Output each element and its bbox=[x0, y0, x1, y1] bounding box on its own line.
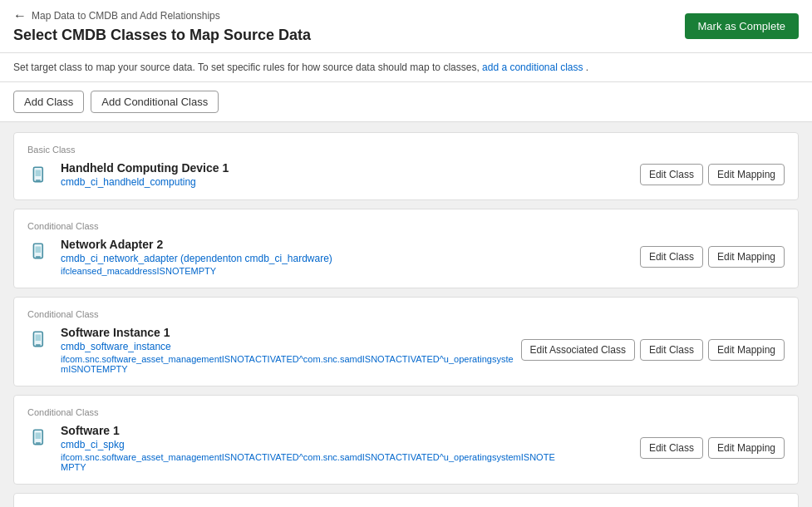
btn-edit-mapping[interactable]: Edit Mapping bbox=[708, 164, 785, 185]
cards-container: Basic Class Handheld Computing Device 1 … bbox=[0, 122, 812, 507]
page-title: Select CMDB Classes to Map Source Data bbox=[13, 27, 311, 44]
class-name: Network Adapter 2 bbox=[61, 238, 332, 251]
info-text-before: Set target class to map your source data… bbox=[13, 62, 480, 73]
top-bar-left: ← Map Data to CMDB and Add Relationships… bbox=[13, 8, 311, 44]
class-icon bbox=[27, 327, 52, 352]
class-card: Basic Class Device Related 1 sn_intune_i… bbox=[13, 493, 799, 507]
svg-rect-8 bbox=[36, 335, 42, 342]
btn-edit-class[interactable]: Edit Class bbox=[640, 164, 703, 185]
class-card-actions: Edit Associated ClassEdit ClassEdit Mapp… bbox=[521, 339, 785, 361]
svg-rect-2 bbox=[36, 170, 42, 177]
mark-complete-button[interactable]: Mark as Complete bbox=[685, 13, 799, 39]
class-name: Software Instance 1 bbox=[61, 326, 521, 339]
class-info: Software 1 cmdb_ci_spkg ifcom.snc.softwa… bbox=[61, 424, 559, 472]
top-bar: ← Map Data to CMDB and Add Relationships… bbox=[0, 0, 812, 53]
btn-edit-mapping[interactable]: Edit Mapping bbox=[708, 339, 785, 361]
class-icon bbox=[27, 163, 52, 188]
class-id: cmdb_ci_handheld_computing bbox=[61, 176, 229, 188]
class-condition: ifcom.snc.software_asset_managementISNOT… bbox=[61, 354, 521, 374]
class-card: Basic Class Handheld Computing Device 1 … bbox=[13, 132, 799, 200]
class-card: Conditional Class Software Instance 1 cm… bbox=[13, 297, 799, 386]
class-name: Software 1 bbox=[61, 424, 559, 437]
btn-edit-mapping[interactable]: Edit Mapping bbox=[708, 246, 785, 268]
class-card-left: Software 1 cmdb_ci_spkg ifcom.snc.softwa… bbox=[27, 424, 559, 472]
class-card-left: Handheld Computing Device 1 cmdb_ci_hand… bbox=[27, 161, 229, 188]
class-card: Conditional Class Software 1 cmdb_ci_spk… bbox=[13, 395, 799, 485]
btn-edit-class[interactable]: Edit Class bbox=[640, 339, 703, 361]
svg-rect-11 bbox=[36, 433, 42, 440]
info-bar: Set target class to map your source data… bbox=[0, 53, 812, 82]
class-info: Software Instance 1 cmdb_software_instan… bbox=[61, 326, 521, 374]
class-id: cmdb_ci_spkg bbox=[61, 439, 559, 450]
btn-edit-class[interactable]: Edit Class bbox=[640, 437, 703, 459]
class-type-label: Conditional Class bbox=[27, 309, 785, 319]
btn-edit-mapping[interactable]: Edit Mapping bbox=[708, 437, 785, 459]
class-condition: ifcleansed_macaddressISNOTEMPTY bbox=[61, 266, 332, 276]
add-class-button[interactable]: Add Class bbox=[13, 91, 84, 113]
class-card-body: Software 1 cmdb_ci_spkg ifcom.snc.softwa… bbox=[27, 424, 785, 472]
action-bar: Add Class Add Conditional Class bbox=[0, 82, 812, 122]
class-icon bbox=[27, 426, 52, 450]
btn-edit-class[interactable]: Edit Class bbox=[640, 246, 703, 268]
add-conditional-link[interactable]: add a conditional class bbox=[482, 62, 583, 73]
back-button[interactable]: ← bbox=[13, 8, 27, 23]
class-type-label: Conditional Class bbox=[27, 407, 785, 417]
info-text-after: . bbox=[586, 62, 588, 73]
class-icon bbox=[27, 239, 52, 264]
breadcrumb: ← Map Data to CMDB and Add Relationships bbox=[13, 8, 311, 23]
class-condition: ifcom.snc.software_asset_managementISNOT… bbox=[61, 452, 559, 472]
svg-rect-5 bbox=[36, 247, 42, 254]
class-id: cmdb_ci_network_adapter (dependenton cmd… bbox=[61, 253, 332, 264]
class-card-left: Software Instance 1 cmdb_software_instan… bbox=[27, 326, 521, 374]
class-info: Handheld Computing Device 1 cmdb_ci_hand… bbox=[61, 161, 229, 188]
btn-edit-associated-class[interactable]: Edit Associated Class bbox=[521, 339, 635, 361]
class-type-label: Conditional Class bbox=[27, 221, 785, 231]
class-card-body: Network Adapter 2 cmdb_ci_network_adapte… bbox=[27, 238, 785, 276]
class-card: Conditional Class Network Adapter 2 cmdb… bbox=[13, 209, 799, 288]
class-card-body: Handheld Computing Device 1 cmdb_ci_hand… bbox=[27, 161, 785, 188]
class-name: Handheld Computing Device 1 bbox=[61, 161, 229, 175]
class-card-actions: Edit ClassEdit Mapping bbox=[640, 437, 785, 459]
breadcrumb-text: Map Data to CMDB and Add Relationships bbox=[32, 10, 220, 22]
class-card-actions: Edit ClassEdit Mapping bbox=[640, 164, 785, 185]
class-card-actions: Edit ClassEdit Mapping bbox=[640, 246, 785, 268]
class-card-body: Software Instance 1 cmdb_software_instan… bbox=[27, 326, 785, 374]
add-conditional-class-button[interactable]: Add Conditional Class bbox=[91, 91, 219, 113]
class-type-label: Basic Class bbox=[27, 145, 785, 155]
class-id: cmdb_software_instance bbox=[61, 341, 521, 352]
class-card-left: Network Adapter 2 cmdb_ci_network_adapte… bbox=[27, 238, 332, 276]
class-info: Network Adapter 2 cmdb_ci_network_adapte… bbox=[61, 238, 332, 276]
